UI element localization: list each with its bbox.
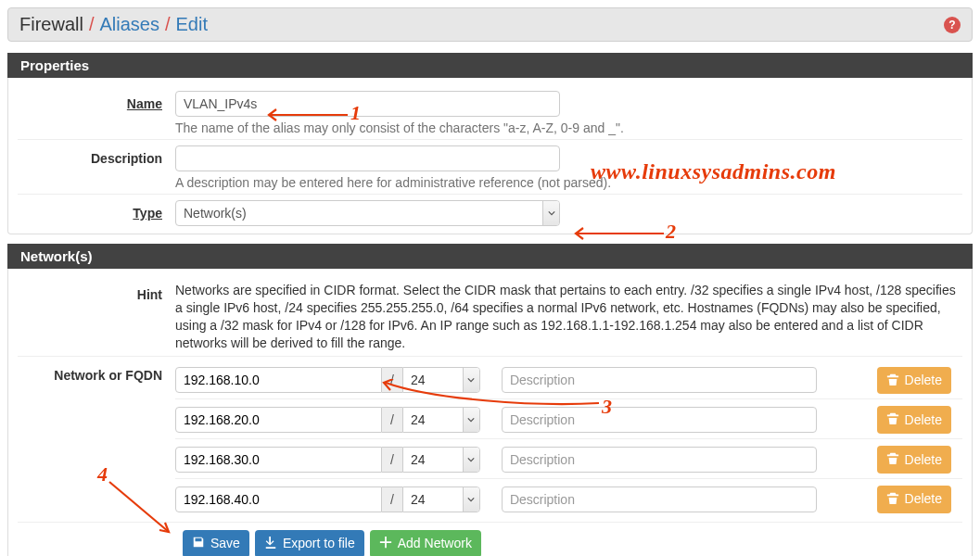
cidr-select[interactable]: 24: [402, 447, 480, 473]
hint-label: Hint: [18, 282, 175, 302]
description-input[interactable]: [175, 145, 560, 171]
description-label: Description: [18, 145, 175, 166]
delete-button[interactable]: Delete: [877, 486, 951, 513]
network-description-input[interactable]: [502, 407, 817, 433]
network-description-input[interactable]: [502, 486, 817, 512]
properties-panel-header: Properties: [7, 53, 973, 78]
name-input[interactable]: [175, 91, 560, 117]
cidr-slash: /: [382, 486, 402, 512]
trash-icon: [886, 451, 899, 468]
type-label: Type: [18, 200, 175, 221]
description-help: A description may be entered here for ad…: [175, 175, 962, 190]
chevron-down-icon: [463, 408, 479, 432]
breadcrumb-root: Firewall: [19, 14, 83, 35]
network-address-input[interactable]: [175, 486, 382, 512]
hint-text: Networks are specified in CIDR format. S…: [175, 282, 962, 352]
delete-button[interactable]: Delete: [877, 406, 951, 434]
networks-panel-header: Network(s): [7, 244, 973, 269]
export-button[interactable]: Export to file: [255, 530, 364, 556]
cidr-slash: /: [382, 367, 402, 393]
breadcrumb-aliases-link[interactable]: Aliases: [99, 14, 159, 35]
chevron-down-icon: [463, 487, 479, 512]
delete-button[interactable]: Delete: [877, 446, 951, 474]
chevron-down-icon: [542, 201, 559, 225]
network-row: / 24 Delete: [175, 441, 962, 479]
cidr-slash: /: [382, 407, 402, 433]
chevron-down-icon: [463, 368, 479, 392]
action-bar: Save Export to file Add Network: [183, 523, 962, 556]
type-select[interactable]: Network(s): [175, 200, 560, 226]
networks-panel: Hint Networks are specified in CIDR form…: [7, 269, 973, 556]
add-network-button[interactable]: Add Network: [370, 530, 481, 556]
network-address-input[interactable]: [175, 367, 382, 393]
save-icon: [192, 536, 205, 552]
breadcrumb: Firewall / Aliases / Edit: [19, 14, 208, 35]
network-address-input[interactable]: [175, 407, 382, 433]
delete-button[interactable]: Delete: [877, 367, 951, 395]
breadcrumb-bar: Firewall / Aliases / Edit ?: [7, 7, 973, 42]
network-label: Network or FQDN: [18, 362, 175, 383]
properties-panel: Name The name of the alias may only cons…: [7, 78, 973, 234]
network-row: / 24 Delete: [175, 481, 962, 518]
name-label: Name: [18, 91, 175, 111]
help-icon[interactable]: ?: [944, 17, 961, 33]
chevron-down-icon: [463, 448, 479, 472]
network-row: / 24 Delete: [175, 401, 962, 439]
breadcrumb-sep: /: [165, 14, 171, 35]
breadcrumb-current: Edit: [176, 14, 208, 35]
cidr-select[interactable]: 24: [402, 486, 480, 512]
plus-icon: [379, 536, 392, 552]
save-button[interactable]: Save: [183, 530, 249, 556]
trash-icon: [886, 491, 899, 508]
trash-icon: [886, 411, 899, 428]
network-rows: / 24 Delete: [175, 362, 962, 518]
cidr-select[interactable]: 24: [402, 367, 480, 393]
network-row: / 24 Delete: [175, 362, 962, 400]
watermark-text: www.linuxsysadmins.com: [591, 159, 836, 184]
name-help: The name of the alias may only consist o…: [175, 120, 962, 135]
network-description-input[interactable]: [502, 367, 817, 393]
trash-icon: [886, 373, 899, 389]
cidr-slash: /: [382, 447, 402, 473]
breadcrumb-sep: /: [89, 14, 95, 35]
cidr-select[interactable]: 24: [402, 407, 480, 433]
network-description-input[interactable]: [502, 447, 817, 473]
download-icon: [264, 536, 277, 552]
network-address-input[interactable]: [175, 447, 382, 473]
